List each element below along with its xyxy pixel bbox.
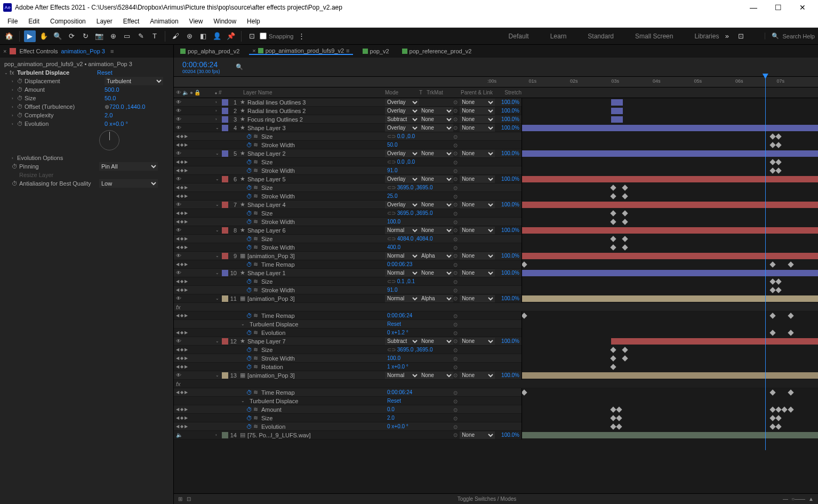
workspace-learn[interactable]: Learn: [550, 33, 567, 40]
eye-icon[interactable]: 👁: [176, 176, 181, 182]
panel-menu-icon[interactable]: ≡: [110, 48, 114, 54]
add-keyframe-icon[interactable]: ◆: [180, 279, 183, 284]
keyframe[interactable]: [610, 236, 616, 242]
keyframe[interactable]: [770, 330, 776, 335]
keyframe[interactable]: [770, 389, 776, 395]
property-value[interactable]: 0.1 ,0.1: [397, 278, 415, 284]
layer-twirl[interactable]: ⌄: [215, 339, 221, 343]
property-timeline[interactable]: [522, 286, 818, 294]
property-row[interactable]: ◀◆▶⏱ ≋ Stroke Width91.0⊙: [174, 166, 818, 175]
layer-twirl[interactable]: ›: [215, 433, 221, 437]
property-value[interactable]: 3695.0 ,3695.0: [397, 185, 433, 190]
property-value[interactable]: 400.0: [387, 244, 400, 250]
add-keyframe-icon[interactable]: ◆: [180, 185, 183, 190]
comp-tab[interactable]: pop_reference_prod_v2: [399, 48, 475, 54]
next-keyframe-icon[interactable]: ▶: [185, 194, 188, 198]
property-row[interactable]: ◀◆▶⏱ ≋ Stroke Width400.0⊙: [174, 243, 818, 252]
prev-keyframe-icon[interactable]: ◀: [176, 287, 179, 292]
pickwhip-icon[interactable]: ⊙: [453, 364, 458, 370]
layer-bar-area[interactable]: [522, 252, 818, 260]
menu-view[interactable]: View: [184, 18, 208, 25]
pickwhip-icon[interactable]: ⊙: [453, 313, 458, 319]
keyframe[interactable]: [788, 313, 793, 318]
snap-options-icon[interactable]: ⋮: [296, 30, 308, 42]
layer-name[interactable]: [75. Po...l_9_LUFS.wav]: [247, 432, 385, 438]
effect-twirl[interactable]: ⌄: [4, 70, 10, 75]
layer-bar-area[interactable]: [522, 294, 818, 303]
eye-icon[interactable]: 👁: [176, 253, 181, 259]
pickwhip-icon[interactable]: ⊙: [453, 415, 458, 421]
zoom-slider[interactable]: ○——: [791, 496, 805, 502]
property-value[interactable]: 0 x+0.0 °: [387, 423, 408, 429]
keyframe[interactable]: [788, 330, 793, 335]
add-keyframe-icon[interactable]: ◆: [180, 168, 183, 173]
property-row[interactable]: ◀◆▶⏱ ≋ Size⊂⊃ 0.0 ,0.0⊙: [174, 158, 818, 166]
parent-select[interactable]: None: [460, 107, 495, 115]
keyframe[interactable]: [770, 261, 776, 267]
blend-mode-select[interactable]: Normal: [385, 295, 419, 302]
keyframe[interactable]: [610, 347, 616, 353]
close-button[interactable]: ✕: [790, 0, 815, 15]
workspace-default[interactable]: Default: [509, 33, 529, 40]
stopwatch-icon[interactable]: ⏱: [246, 423, 252, 430]
next-keyframe-icon[interactable]: ▶: [185, 236, 188, 241]
layer-twirl[interactable]: ⌄: [215, 151, 221, 156]
layer-color-label[interactable]: [222, 227, 228, 234]
layer-color-label[interactable]: [222, 176, 228, 182]
stretch-value[interactable]: 100.0%: [495, 202, 522, 207]
workspace-libraries[interactable]: Libraries: [694, 33, 719, 40]
property-row[interactable]: ◀◆▶⏱ ≋ Time Remap0:00:06:23⊙: [174, 260, 818, 269]
pickwhip-icon[interactable]: ⊙: [453, 168, 458, 174]
menu-window[interactable]: Window: [208, 18, 242, 25]
property-twirl[interactable]: ›: [12, 105, 17, 109]
property-timeline[interactable]: [522, 388, 818, 397]
keyframe[interactable]: [616, 423, 622, 429]
layer-bar[interactable]: [522, 295, 818, 302]
layer-bar[interactable]: [611, 338, 819, 345]
add-keyframe-icon[interactable]: ◆: [180, 415, 183, 420]
eye-icon[interactable]: 👁: [176, 202, 181, 207]
layer-name[interactable]: Shape Layer 1: [247, 270, 385, 276]
property-row[interactable]: ◀◆▶⏱ ≋ Stroke Width25.0⊙: [174, 192, 818, 201]
property-row[interactable]: ◀◆▶⏱ ≋ Size⊂⊃ 3695.0 ,3695.0⊙: [174, 346, 818, 354]
next-keyframe-icon[interactable]: ▶: [185, 245, 188, 250]
eye-icon[interactable]: 👁: [176, 372, 181, 378]
layer-twirl[interactable]: ⌄: [215, 296, 221, 301]
layer-color-label[interactable]: [222, 372, 228, 379]
layer-bar-area[interactable]: [522, 226, 818, 235]
evolution-dial[interactable]: [99, 130, 119, 150]
pickwhip-icon[interactable]: ⊙: [453, 202, 459, 207]
keyframe[interactable]: [610, 210, 616, 216]
prev-keyframe-icon[interactable]: ◀: [176, 347, 179, 352]
graph-icon[interactable]: ≋: [253, 184, 258, 191]
layer-row[interactable]: 👁›2★Radial lines Outlines 2OverlayNone⊙N…: [174, 107, 818, 115]
orbit-tool[interactable]: ⟳: [66, 30, 77, 42]
parent-select[interactable]: None: [460, 338, 495, 345]
property-row[interactable]: ◀◆▶⏱ ≋ Evolution0 x+1.2 °⊙: [174, 329, 818, 337]
layer-name[interactable]: Shape Layer 5: [247, 176, 385, 182]
trkmat-select[interactable]: None: [419, 201, 453, 209]
layer-twirl[interactable]: ›: [215, 100, 221, 105]
pickwhip-icon[interactable]: ⊙: [453, 279, 458, 285]
property-twirl[interactable]: ›: [12, 87, 17, 92]
keyframe[interactable]: [610, 193, 616, 199]
graph-icon[interactable]: ≋: [253, 278, 258, 285]
graph-icon[interactable]: ≋: [253, 133, 258, 140]
next-keyframe-icon[interactable]: ▶: [185, 356, 188, 361]
next-keyframe-icon[interactable]: ▶: [185, 347, 188, 352]
stopwatch-icon[interactable]: ⏱: [246, 313, 252, 319]
property-row[interactable]: ◀◆▶⏱ ≋ Stroke Width100.0⊙: [174, 218, 818, 226]
prev-keyframe-icon[interactable]: ◀: [176, 219, 179, 224]
layer-color-label[interactable]: [222, 99, 228, 106]
twirl-icon[interactable]: ›: [12, 156, 17, 161]
solo-header-icon[interactable]: ●: [190, 90, 193, 95]
eye-icon[interactable]: 👁: [176, 125, 181, 131]
stretch-value[interactable]: 100.0%: [495, 372, 522, 378]
property-value[interactable]: 100.0: [387, 355, 400, 361]
graph-icon[interactable]: ≋: [253, 312, 258, 319]
graph-icon[interactable]: ≋: [253, 244, 258, 251]
stretch-value[interactable]: 100.0%: [495, 253, 522, 259]
property-value[interactable]: 50.0: [387, 142, 397, 148]
layer-row[interactable]: 👁⌄9▦[animation_Pop 3]NormalAlpha⊙None100…: [174, 252, 818, 260]
stretch-value[interactable]: 100.0%: [495, 150, 522, 156]
